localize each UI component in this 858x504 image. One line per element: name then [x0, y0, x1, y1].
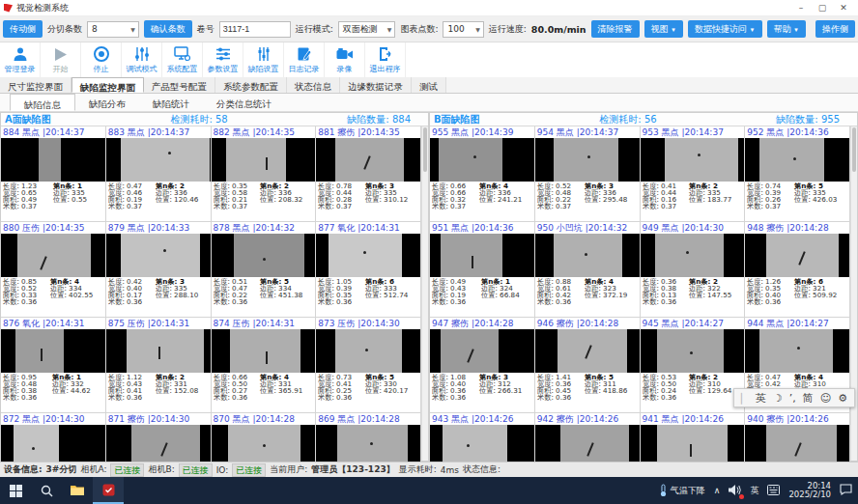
- defect-cell[interactable]: 950 小凹坑 |20:14:32 长度: 0.88宽度: 0.61面积: 0.…: [535, 222, 641, 318]
- operator-side-button[interactable]: 操作侧: [815, 20, 855, 38]
- defect-stats-left: 长度: 0.66宽度: 0.50面积: 0.27米数: 0.36: [214, 374, 247, 402]
- toolbar-button-monitor[interactable]: 系统配置: [162, 42, 203, 77]
- defect-cell[interactable]: 876 氧化 |20:14:31 长度: 0.95宽度: 0.48面积: 0.3…: [1, 318, 106, 413]
- defect-cell[interactable]: 945 黑点 |20:14:27 长度: 0.53宽度: 0.50面积: 0.2…: [641, 318, 746, 413]
- panel-scrollbar[interactable]: [421, 126, 428, 461]
- defect-image: [1, 329, 105, 373]
- material-strip: [226, 138, 286, 182]
- detection-app-icon[interactable]: [93, 477, 124, 504]
- subtab-2[interactable]: 缺陷统计: [139, 94, 203, 111]
- defect-cell[interactable]: 882 黑点 |20:14:35 长度: 0.35宽度: 0.58面积: 0.2…: [212, 126, 317, 222]
- clear-alarm-button[interactable]: 清除报警: [591, 20, 640, 38]
- toolbar-button-user[interactable]: 管理登录: [0, 42, 41, 77]
- file-explorer-icon[interactable]: [62, 477, 93, 504]
- ime-emoji-icon[interactable]: ☺: [820, 392, 831, 405]
- defect-stats-right: 第n条: 2边距: 331位置: 152.08: [156, 374, 198, 402]
- defect-stats: 长度: 0.85宽度: 0.52面积: 0.33米数: 0.36 第n条: 4边…: [1, 277, 105, 317]
- taskbar-clock[interactable]: 20:14 2025/2/10: [788, 482, 831, 499]
- subtab-1[interactable]: 缺陷分布: [75, 94, 139, 111]
- toolbar-button-tune[interactable]: 参数设置: [203, 42, 243, 77]
- panel-scrollbar[interactable]: [850, 126, 857, 461]
- slit-count-select[interactable]: 8 ▼: [87, 21, 139, 38]
- tab-3[interactable]: 系统参数配置: [215, 77, 287, 93]
- toolbar-button-levels[interactable]: 缺陷设置: [243, 42, 284, 77]
- defect-cell[interactable]: 947 擦伤 |20:14:28 长度: 1.08宽度: 0.40面积: 0.3…: [430, 318, 535, 413]
- ime-simplified-toggle[interactable]: 简: [803, 391, 814, 406]
- defect-mark: [698, 154, 701, 156]
- defect-cell[interactable]: 948 擦伤 |20:14:28 长度: 1.26宽度: 0.35面积: 0.4…: [745, 222, 850, 318]
- toolbar-button-label: 参数设置: [208, 64, 239, 74]
- defect-cell[interactable]: 874 压伤 |20:14:31 长度: 0.66宽度: 0.50面积: 0.2…: [212, 318, 317, 413]
- ime-tray-icon[interactable]: [767, 485, 780, 497]
- defect-cell[interactable]: 954 黑点 |20:14:37 长度: 0.52宽度: 0.48面积: 0.2…: [535, 126, 641, 222]
- ime-moon-icon[interactable]: ☽: [773, 392, 783, 405]
- tab-5[interactable]: 边缘数据记录: [340, 77, 412, 93]
- drive-side-button[interactable]: 传动侧: [3, 20, 43, 38]
- tab-2[interactable]: 产品型号配置: [144, 77, 215, 93]
- toolbar-button-play[interactable]: 开始: [41, 42, 81, 77]
- maximize-button[interactable]: ▢: [812, 1, 833, 15]
- defect-cell[interactable]: 946 擦伤 |20:14:28 长度: 1.41宽度: 0.36面积: 0.4…: [535, 318, 641, 413]
- subtab-3[interactable]: 分类信息统计: [203, 94, 285, 111]
- toolbar-button-debug[interactable]: 调试模式: [122, 42, 162, 77]
- close-button[interactable]: ✕: [833, 1, 854, 15]
- defect-cell[interactable]: 955 黑点 |20:14:39 长度: 0.66宽度: 0.66面积: 0.3…: [430, 126, 535, 222]
- defect-cell[interactable]: 873 压伤 |20:14:30 长度: 0.73宽度: 0.41面积: 0.2…: [316, 318, 421, 413]
- defect-cell[interactable]: 881 擦伤 |20:14:35 长度: 0.78宽度: 0.44面积: 0.2…: [316, 126, 421, 222]
- defect-stats-right: 第n条: 3边距: 335位置: 310.12: [365, 182, 408, 210]
- minimize-button[interactable]: –: [790, 1, 812, 15]
- tab-0[interactable]: 尺寸监控界面: [0, 77, 72, 93]
- defect-cell[interactable]: 879 黑点 |20:14:33 长度: 0.42宽度: 0.40面积: 0.1…: [106, 222, 212, 318]
- defect-cell[interactable]: 949 黑点 |20:14:30 长度: 0.36宽度: 0.38面积: 0.1…: [641, 222, 746, 318]
- run-mode-value: 双面检测: [343, 23, 378, 36]
- start-button[interactable]: [0, 477, 31, 504]
- defect-cell[interactable]: 877 氧化 |20:14:31 长度: 1.05宽度: 0.39面积: 0.3…: [316, 222, 421, 318]
- run-mode-select[interactable]: 双面检测 ▼: [338, 21, 396, 38]
- chart-points-select[interactable]: 100 ▼: [443, 21, 483, 38]
- defect-cell[interactable]: 878 黑点 |20:14:32 长度: 0.51宽度: 0.47面积: 0.2…: [212, 222, 317, 318]
- toolbar-button-stop[interactable]: 停止: [81, 42, 122, 77]
- tab-4[interactable]: 状态信息: [287, 77, 340, 93]
- ime-drag-handle[interactable]: ▏: [741, 393, 749, 404]
- ime-toolbar[interactable]: ▏ 英 ☽ ’, 简 ☺ ⚙: [733, 388, 855, 407]
- defect-cell[interactable]: 883 黑点 |20:14:37 长度: 0.47宽度: 0.46面积: 0.1…: [106, 126, 212, 222]
- defect-mark: [472, 256, 473, 268]
- material-strip: [665, 138, 737, 182]
- ime-punctuation-toggle[interactable]: ’,: [789, 392, 796, 405]
- defect-stats-right: 第n条: 1边距: 332位置: 44.62: [52, 374, 91, 402]
- subtab-0[interactable]: 缺陷信息: [10, 94, 75, 111]
- defect-cell[interactable]: 880 压伤 |20:14:35 长度: 0.85宽度: 0.52面积: 0.3…: [1, 222, 106, 318]
- tab-6[interactable]: 测试: [412, 77, 446, 93]
- help-menu-button[interactable]: 帮助 ▼: [767, 20, 806, 38]
- roll-number-input[interactable]: [219, 21, 291, 38]
- confirm-count-button[interactable]: 确认条数: [144, 20, 192, 38]
- ime-language-toggle[interactable]: 英: [756, 391, 766, 406]
- toolbar-button-exit[interactable]: 退出程序: [365, 42, 406, 77]
- toolbar-button-camera[interactable]: 录像: [325, 42, 365, 77]
- tray-expand-caret[interactable]: ∧: [714, 486, 721, 495]
- scrollbar-thumb[interactable]: [852, 127, 856, 172]
- run-speed-value: 80.0m/min: [531, 24, 586, 35]
- volume-icon[interactable]: [729, 485, 741, 497]
- defect-stats-right: 第n条: 6边距: 321位置: 509.92: [794, 278, 837, 306]
- defect-cell[interactable]: 875 压伤 |20:14:31 长度: 1.12宽度: 0.43面积: 0.4…: [106, 318, 212, 413]
- search-icon[interactable]: [31, 477, 62, 504]
- data-quick-access-menu-button[interactable]: 数据快捷访问 ▼: [688, 20, 761, 38]
- ime-settings-gear-icon[interactable]: ⚙: [838, 392, 847, 405]
- input-language-indicator[interactable]: 英: [750, 485, 758, 497]
- scrollbar-thumb[interactable]: [423, 127, 427, 172]
- defect-mark: [266, 351, 268, 364]
- defect-cell[interactable]: 951 黑点 |20:14:36 长度: 0.49宽度: 0.43面积: 0.1…: [430, 222, 535, 318]
- defect-cell[interactable]: 884 黑点 |20:14:37 长度: 1.23宽度: 0.65面积: 0.4…: [1, 126, 106, 222]
- chevron-down-icon: ▼: [128, 26, 138, 33]
- app-logo-icon: [4, 4, 13, 13]
- defect-cell[interactable]: 952 黑点 |20:14:36 长度: 0.74宽度: 0.39面积: 0.2…: [745, 126, 850, 222]
- toolbar-button-label: 开始: [53, 64, 69, 74]
- view-menu-button[interactable]: 视图 ▼: [644, 20, 683, 38]
- action-center-icon[interactable]: [840, 484, 852, 497]
- weather-widget[interactable]: 气温下降: [659, 484, 705, 497]
- defect-cell[interactable]: 953 黑点 |20:14:37 长度: 0.41宽度: 0.44面积: 0.1…: [641, 126, 746, 222]
- toolbar-button-log[interactable]: 日志记录: [284, 42, 325, 77]
- defect-cell-header: 870 黑点 |20:14:28: [212, 413, 316, 425]
- tab-1[interactable]: 缺陷监控界面: [72, 77, 144, 93]
